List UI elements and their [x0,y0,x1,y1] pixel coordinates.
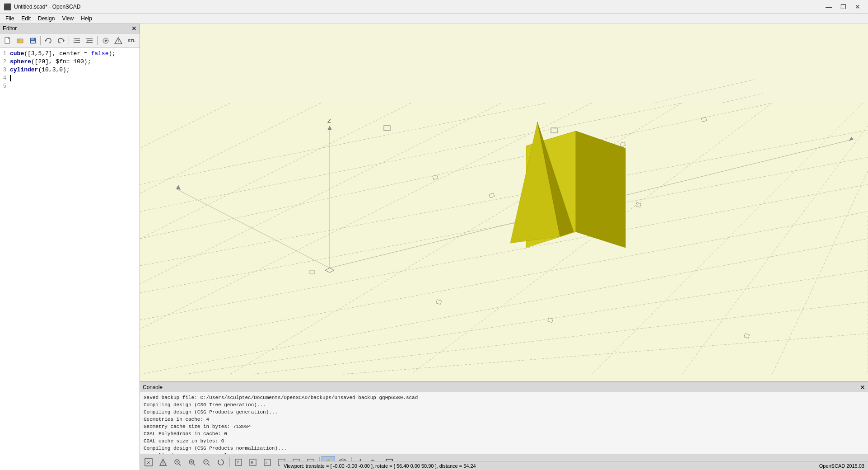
titlebar-controls: — ❐ ✕ [822,2,864,11]
console-line: CGAL cache size in bytes: 0 [144,437,864,445]
preview-button[interactable] [99,35,112,46]
svg-line-138 [193,464,195,465]
viewport[interactable]: Z [140,24,868,470]
titlebar-title: Untitled.scad* - OpenSCAD [14,4,80,10]
redo-button[interactable] [55,35,67,46]
code-line-1: 1 cube([3,5,7], center = false); [0,50,140,58]
console-header: Console ✕ [140,382,868,392]
svg-text:T: T [237,461,239,465]
open-button[interactable] [14,35,26,46]
undo-button[interactable] [42,35,54,46]
editor-title: Editor [3,25,17,32]
vp-reset-view[interactable] [214,456,228,469]
render-button[interactable] [112,35,124,46]
console-line: Compiling design (CSG Tree generation)..… [144,401,864,409]
svg-marker-6 [45,39,46,42]
stl-export-button[interactable]: STL [125,35,138,46]
editor-close-button[interactable]: ✕ [131,25,137,32]
svg-rect-1 [17,39,23,43]
svg-text:L: L [266,461,268,465]
svg-line-142 [208,464,210,465]
svg-marker-15 [86,40,88,42]
code-line-4: 4 [0,74,140,82]
code-line-2: 2 sphere([20], $fn= 100); [0,58,140,66]
console-line: CGAL Polyhedrons in cache: 0 [144,430,864,437]
svg-marker-144 [218,460,219,462]
editor-panel: Editor ✕ [0,24,140,470]
main: Editor ✕ [0,24,868,470]
titlebar-left: ⬛ Untitled.scad* - OpenSCAD [4,3,80,10]
svg-marker-11 [74,40,75,42]
svg-rect-5 [31,41,35,43]
code-area[interactable]: 1 cube([3,5,7], center = false); 2 spher… [0,48,140,470]
svg-line-134 [179,464,181,465]
unindent-button[interactable] [84,35,95,46]
svg-marker-7 [63,39,65,42]
statusbar: Viewport: translate = [ -0.00 -0.00 -0.0… [280,461,868,470]
minimize-button[interactable]: — [822,2,835,11]
vp-view-bottom[interactable]: B [246,456,260,469]
svg-rect-81 [140,103,868,374]
vp-view-left[interactable]: L [261,456,274,469]
code-line-3: 3 cylinder(10,3,0); [0,66,140,74]
console-content: Saved backup file: C:/Users/sculptec/Doc… [140,392,868,454]
console-line: Geometry cache size in bytes: 713984 [144,423,864,430]
viewport-info: Viewport: translate = [ -0.00 -0.00 -0.0… [284,463,476,469]
console-line: Geometries in cache: 4 [144,416,864,423]
console-line: Compiling design (CSG Products normaliza… [144,445,864,452]
console-line: Normalized CSG tree has 3 elements [144,452,864,454]
vp-zoom-in[interactable] [185,456,199,469]
menu-design[interactable]: Design [34,14,58,24]
menu-help[interactable]: Help [77,14,96,24]
console-close-button[interactable]: ✕ [860,384,865,391]
save-button[interactable] [27,35,39,46]
vp-view-top[interactable]: T [232,456,245,469]
app-icon: ⬛ [4,3,11,10]
close-button[interactable]: ✕ [851,2,864,11]
menu-edit[interactable]: Edit [18,14,34,24]
svg-marker-121 [576,131,625,248]
svg-text:Z: Z [327,118,331,124]
indent-button[interactable] [71,35,83,46]
app-version: OpenSCAD 2015.03 [819,463,864,469]
svg-text:B: B [251,461,253,465]
console-line: Saved backup file: C:/Users/sculptec/Doc… [144,394,864,401]
vp-all-button[interactable] [142,456,155,469]
svg-rect-4 [31,38,34,40]
vp-zoom-out[interactable] [200,456,213,469]
titlebar: ⬛ Untitled.scad* - OpenSCAD — ❐ ✕ [0,0,868,14]
console-panel: Console ✕ Saved backup file: C:/Users/sc… [140,381,868,454]
console-title: Console [143,384,163,390]
new-button[interactable] [2,35,14,46]
menubar: File Edit Design View Help [0,14,868,24]
svg-marker-163 [359,459,361,461]
editor-toolbar: STL [0,33,140,48]
menu-file[interactable]: File [2,14,18,24]
maximize-button[interactable]: ❐ [836,2,850,11]
menu-view[interactable]: View [58,14,77,24]
svg-rect-2 [17,40,20,41]
code-line-5: 5 [0,82,140,90]
vp-zoom-extents[interactable] [171,456,184,469]
console-line: Compiling design (CSG Products generatio… [144,409,864,416]
vp-perspective-button[interactable] [156,456,170,469]
editor-header: Editor ✕ [0,24,140,33]
